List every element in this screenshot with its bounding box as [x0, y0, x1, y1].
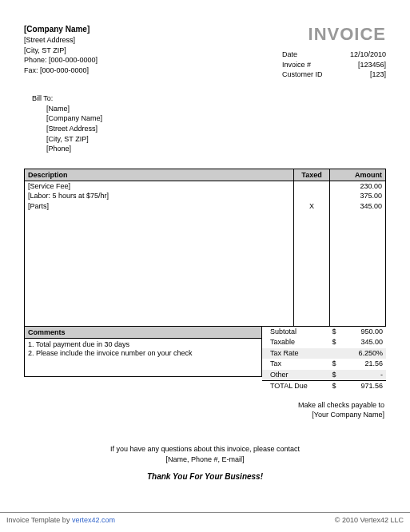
bill-to-company: [Company Name]	[46, 113, 386, 124]
table-row	[25, 274, 386, 284]
contact-block: If you have any questions about this inv…	[24, 444, 386, 464]
invoice-number-label: Invoice #	[282, 60, 330, 70]
cell-description	[25, 284, 294, 295]
thanks-text: Thank You For Your Business!	[24, 472, 386, 481]
cell-taxed	[294, 232, 330, 243]
subtotal-label: Subtotal	[265, 327, 329, 338]
cell-amount: 375.00	[330, 191, 386, 201]
cell-taxed	[294, 284, 330, 295]
invoice-title: INVOICE	[282, 24, 386, 45]
currency: $	[329, 359, 339, 370]
cell-taxed	[294, 253, 330, 264]
payable-line-2: [Your Company Name]	[24, 410, 384, 420]
cell-description: [Parts]	[25, 201, 294, 212]
footer-link[interactable]: vertex42.com	[72, 516, 115, 524]
cell-amount	[330, 316, 386, 326]
table-row	[25, 212, 386, 222]
header-description: Description	[25, 169, 294, 181]
cell-amount	[330, 295, 386, 305]
footer: Invoice Template by vertex42.com © 2010 …	[0, 512, 410, 527]
cell-amount	[330, 305, 386, 316]
cell-description	[25, 212, 294, 222]
payable-line-1: Make all checks payable to	[24, 400, 384, 411]
items-table: Description Taxed Amount [Service Fee]23…	[24, 169, 386, 327]
cell-description	[25, 295, 294, 305]
contact-line-1: If you have any questions about this inv…	[24, 444, 386, 455]
currency: $	[329, 327, 339, 338]
taxable-label: Taxable	[265, 337, 329, 348]
bill-to-phone: [Phone]	[46, 144, 386, 154]
totals-block: Subtotal $ 950.00 Taxable $ 345.00 Tax R…	[262, 327, 386, 392]
cell-amount	[330, 284, 386, 295]
bill-to-street: [Street Address]	[46, 124, 386, 134]
table-row: [Service Fee]230.00	[25, 181, 386, 191]
cell-description	[25, 222, 294, 232]
date-value: 12/10/2010	[338, 50, 386, 60]
totaldue-label: TOTAL Due	[265, 381, 329, 392]
table-row: [Labor: 5 hours at $75/hr]375.00	[25, 191, 386, 201]
footer-left: Invoice Template by vertex42.com	[6, 516, 115, 524]
cell-description: [Labor: 5 hours at $75/hr]	[25, 191, 294, 201]
cell-description	[25, 316, 294, 326]
company-name: [Company Name]	[24, 24, 98, 35]
taxrate-label: Tax Rate	[265, 348, 329, 359]
other-label: Other	[265, 370, 329, 381]
cell-amount	[330, 232, 386, 243]
tax-label: Tax	[265, 359, 329, 370]
cell-amount	[330, 274, 386, 284]
tax-value: 21.56	[339, 359, 383, 370]
cell-description	[25, 274, 294, 284]
table-row	[25, 253, 386, 264]
currency: $	[329, 370, 339, 381]
table-row	[25, 222, 386, 232]
comment-line-2: 2. Please include the invoice number on …	[28, 349, 258, 359]
cell-description	[25, 305, 294, 316]
cell-taxed	[294, 181, 330, 191]
table-row	[25, 264, 386, 274]
totaldue-value: 971.56	[339, 381, 383, 392]
company-fax: Fax: [000-000-0000]	[24, 66, 98, 76]
invoice-block: INVOICE Date 12/10/2010 Invoice # [12345…	[282, 24, 386, 80]
cell-amount	[330, 212, 386, 222]
customer-id-value: [123]	[338, 69, 386, 80]
company-city: [City, ST ZIP]	[24, 46, 98, 56]
table-row	[25, 305, 386, 316]
cell-taxed	[294, 222, 330, 232]
cell-description	[25, 243, 294, 253]
company-street: [Street Address]	[24, 35, 98, 46]
bill-to-block: Bill To: [Name] [Company Name] [Street A…	[32, 94, 386, 154]
table-row	[25, 243, 386, 253]
cell-description: [Service Fee]	[25, 181, 294, 191]
company-phone: Phone: [000-000-0000]	[24, 55, 98, 66]
date-label: Date	[282, 50, 330, 60]
cell-taxed	[294, 316, 330, 326]
cell-description	[25, 264, 294, 274]
comments-block: Comments 1. Total payment due in 30 days…	[24, 327, 262, 392]
taxrate-value: 6.250%	[339, 348, 383, 359]
cell-taxed	[294, 243, 330, 253]
cell-description	[25, 232, 294, 243]
header-taxed: Taxed	[294, 169, 330, 181]
cell-taxed: X	[294, 201, 330, 212]
table-row	[25, 295, 386, 305]
currency: $	[329, 381, 339, 392]
cell-amount	[330, 264, 386, 274]
company-block: [Company Name] [Street Address] [City, S…	[24, 24, 98, 80]
cell-taxed	[294, 305, 330, 316]
bill-to-name: [Name]	[46, 104, 386, 114]
table-row	[25, 316, 386, 326]
bill-to-city: [City, ST ZIP]	[46, 134, 386, 145]
cell-amount: 230.00	[330, 181, 386, 191]
contact-line-2: [Name, Phone #, E-mail]	[24, 455, 386, 465]
footer-right: © 2010 Vertex42 LLC	[335, 516, 404, 524]
cell-taxed	[294, 274, 330, 284]
cell-amount	[330, 253, 386, 264]
bill-to-title: Bill To:	[32, 94, 386, 102]
subtotal-value: 950.00	[339, 327, 383, 338]
invoice-number-value: [123456]	[338, 60, 386, 70]
cell-taxed	[294, 212, 330, 222]
taxable-value: 345.00	[339, 337, 383, 348]
table-row: [Parts]X345.00	[25, 201, 386, 212]
payable-block: Make all checks payable to [Your Company…	[24, 400, 384, 420]
cell-taxed	[294, 295, 330, 305]
